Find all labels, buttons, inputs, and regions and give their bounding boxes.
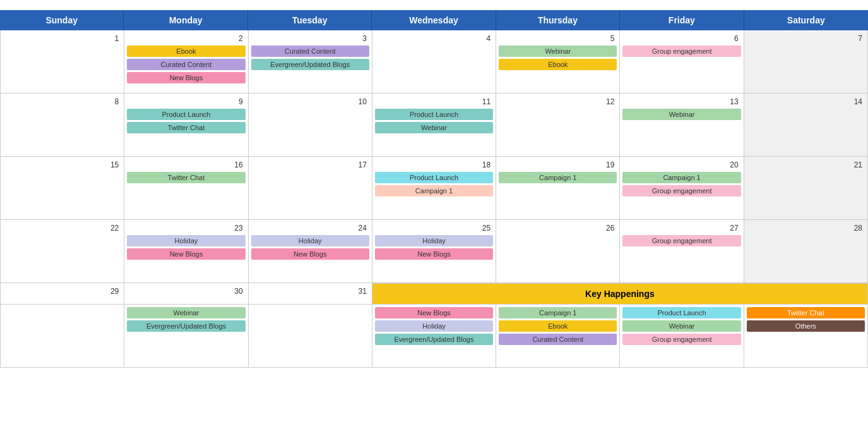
- cell-date: 7: [747, 33, 865, 45]
- cell-date: 6: [622, 33, 740, 45]
- cell-date: 4: [375, 33, 493, 45]
- cell-date: 9: [127, 96, 245, 109]
- calendar-cell: WebinarEvergreen/Updated Blogs: [124, 305, 248, 368]
- calendar-cell: 3Curated ContentEvergreen/Updated Blogs: [249, 30, 372, 94]
- calendar-event: New Blogs: [375, 307, 493, 318]
- cell-date: 27: [622, 222, 740, 235]
- calendar-event: Evergreen/Updated Blogs: [251, 59, 369, 70]
- calendar-event: Webinar: [622, 109, 740, 120]
- calendar-event: Campaign 1: [375, 185, 493, 197]
- calendar-cell: 18Product LaunchCampaign 1: [372, 157, 496, 220]
- cell-date: 17: [251, 159, 369, 172]
- day-header: Friday: [620, 10, 744, 30]
- calendar-cell: 22: [1, 220, 124, 283]
- calendar-cell: [249, 305, 372, 368]
- cell-date: 24: [251, 222, 369, 235]
- calendar-event: Ebook: [127, 45, 245, 57]
- cell-date: 5: [499, 33, 617, 45]
- calendar-cell: 15: [1, 157, 124, 220]
- day-header: Sunday: [0, 10, 124, 30]
- kh-content-cell: Campaign 1EbookCurated Content: [496, 305, 620, 368]
- calendar-event: Group engagement: [622, 235, 740, 246]
- calendar-cell: 30: [124, 283, 248, 305]
- kh-content-cell: New BlogsHolidayEvergreen/Updated Blogs: [372, 305, 496, 368]
- kh-content-cell: Product LaunchWebinarGroup engagement: [620, 305, 744, 368]
- calendar-event: Campaign 1: [622, 172, 740, 183]
- calendar-event: Ebook: [499, 59, 617, 70]
- calendar-event: Webinar: [127, 307, 245, 318]
- calendar-cell: 16Twitter Chat: [124, 157, 248, 220]
- calendar-event: Product Launch: [127, 109, 245, 120]
- day-header: Monday: [124, 10, 247, 30]
- cell-date: 29: [3, 286, 121, 298]
- cell-date: 12: [499, 96, 617, 109]
- cell-date: 23: [127, 222, 245, 235]
- day-header: Wednesday: [372, 10, 496, 30]
- calendar-cell: 8: [1, 94, 124, 157]
- calendar-cell: 26: [496, 220, 620, 283]
- calendar-event: Holiday: [375, 320, 493, 332]
- calendar-cell: 13Webinar: [620, 94, 744, 157]
- cell-date: 19: [499, 159, 617, 172]
- calendar-event: Curated Content: [127, 59, 245, 70]
- calendar-cell: 21: [744, 157, 868, 220]
- calendar-event: Holiday: [375, 235, 493, 246]
- cell-date: 25: [375, 222, 493, 235]
- calendar-event: Evergreen/Updated Blogs: [127, 320, 245, 332]
- cell-date: 22: [3, 222, 121, 235]
- cell-date: 11: [375, 96, 493, 109]
- calendar-event: Twitter Chat: [127, 122, 245, 133]
- cell-date: 16: [127, 159, 245, 172]
- calendar-event: New Blogs: [251, 248, 369, 260]
- cell-date: 20: [622, 159, 740, 172]
- cell-date: 15: [3, 159, 121, 172]
- calendar-event: Webinar: [499, 45, 617, 57]
- calendar-event: Product Launch: [375, 172, 493, 183]
- calendar-event: Twitter Chat: [747, 307, 865, 318]
- calendar-cell: 31: [249, 283, 372, 305]
- calendar-cell: 14: [744, 94, 868, 157]
- day-header: Thursday: [496, 10, 620, 30]
- calendar-cell: 4: [372, 30, 496, 94]
- calendar-cell: 19Campaign 1: [496, 157, 620, 220]
- calendar-body: 12EbookCurated ContentNew Blogs3Curated …: [0, 30, 868, 283]
- calendar-cell: 6Group engagement: [620, 30, 744, 94]
- calendar-cell: 5WebinarEbook: [496, 30, 620, 94]
- calendar-cell: 28: [744, 220, 868, 283]
- cell-date: 10: [251, 96, 369, 109]
- calendar-event: Group engagement: [622, 185, 740, 197]
- calendar-cell: 23HolidayNew Blogs: [124, 220, 248, 283]
- calendar-event: Twitter Chat: [127, 172, 245, 183]
- calendar-event: Holiday: [127, 235, 245, 246]
- calendar-cell: 1: [1, 30, 124, 94]
- calendar-event: Curated Content: [251, 45, 369, 57]
- cell-date: 21: [747, 159, 865, 172]
- cell-date: 28: [747, 222, 865, 235]
- calendar-event: New Blogs: [127, 248, 245, 260]
- calendar-cell: 7: [744, 30, 868, 94]
- kh-label-row: 293031Key Happenings: [0, 283, 868, 305]
- calendar-cell: 9Product LaunchTwitter Chat: [124, 94, 248, 157]
- calendar-headers: SundayMondayTuesdayWednesdayThursdayFrid…: [0, 10, 868, 30]
- calendar-event: Campaign 1: [499, 307, 617, 318]
- calendar-cell: 29: [1, 283, 124, 305]
- kh-content-row: WebinarEvergreen/Updated BlogsNew BlogsH…: [0, 305, 868, 368]
- calendar-event: Curated Content: [499, 334, 617, 345]
- calendar-cell: [1, 305, 124, 368]
- cell-date: 13: [622, 96, 740, 109]
- last-row: 293031Key HappeningsWebinarEvergreen/Upd…: [0, 283, 868, 368]
- day-header: Saturday: [744, 10, 868, 30]
- calendar-event: New Blogs: [127, 72, 245, 83]
- calendar-cell: 2EbookCurated ContentNew Blogs: [124, 30, 248, 94]
- calendar-cell: 11Product LaunchWebinar: [372, 94, 496, 157]
- cell-date: 30: [127, 286, 245, 298]
- calendar-event: Evergreen/Updated Blogs: [375, 334, 493, 345]
- calendar-cell: 20Campaign 1Group engagement: [620, 157, 744, 220]
- cell-date: 3: [251, 33, 369, 45]
- calendar-cell: 24HolidayNew Blogs: [249, 220, 372, 283]
- calendar-event: Holiday: [251, 235, 369, 246]
- calendar-cell: 27Group engagement: [620, 220, 744, 283]
- calendar-cell: 10: [249, 94, 372, 157]
- page-title: [0, 0, 868, 10]
- calendar-event: Webinar: [622, 320, 740, 332]
